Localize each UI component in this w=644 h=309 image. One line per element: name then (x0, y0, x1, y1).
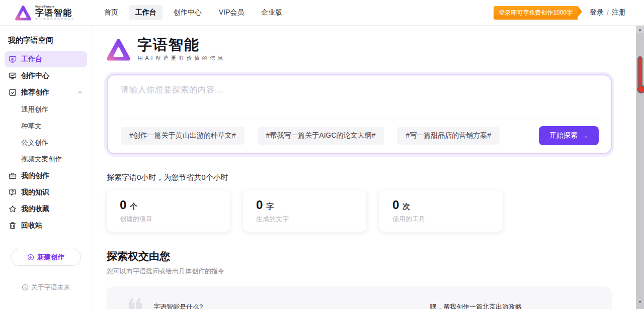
sidebar-subitem-official[interactable]: 公文创作 (0, 134, 92, 151)
sidebar-item-label: 创作中心 (21, 71, 49, 80)
plus-circle-icon (27, 254, 34, 261)
thermometer-tube (637, 56, 642, 86)
vertical-scrollbar[interactable]: ▲ ▼ (636, 25, 644, 309)
sidebar-item-favorites[interactable]: 我的收藏 (5, 201, 87, 217)
explore-section-title: 探索权交由您 (107, 249, 612, 263)
stat-card-tools: 0次 使用的工具 (379, 190, 503, 232)
sidebar-item-recycle-bin[interactable]: 回收站 (5, 218, 87, 234)
recommend-icon (9, 88, 17, 96)
suggestion-row: #创作一篇关于黄山出游的种草文# #帮我写一篇关于AIGC的论文大纲# #写一篇… (108, 119, 611, 153)
about-label: 关于字语未来 (31, 283, 70, 292)
stat-unit: 字 (266, 202, 274, 211)
sidebar-subitem-general[interactable]: 通用创作 (0, 101, 92, 118)
hero-triangle-icon (107, 38, 130, 61)
header-logo[interactable]: WordFuture 字语智能 用AI创造更有价值的信息 (15, 5, 75, 21)
nav-item-enterprise[interactable]: 企业版 (255, 5, 288, 20)
stats-summary: 探索字语0小时，为您节省共0个小时 (107, 173, 612, 182)
trash-icon (9, 222, 17, 230)
creation-center-icon (9, 72, 17, 80)
search-panel: #创作一篇关于黄山出游的种草文# #帮我写一篇关于AIGC的论文大纲# #写一篇… (107, 74, 612, 154)
stat-value: 0 (392, 198, 399, 212)
scroll-up-arrow-icon[interactable]: ▲ (636, 25, 644, 33)
search-input[interactable] (108, 75, 611, 119)
star-icon (9, 205, 17, 213)
workbench-icon (9, 55, 17, 63)
promo-badge[interactable]: 登录即可享免费创作1000字 (494, 6, 578, 20)
sidebar-item-recommended[interactable]: 推荐创作 (5, 84, 87, 100)
stat-card-projects: 0个 创建的项目 (107, 190, 230, 232)
thermometer-bulb (637, 85, 644, 93)
sidebar-subitem-video-copy[interactable]: 视频文案创作 (0, 151, 92, 167)
stat-value: 0 (256, 198, 263, 212)
sidebar-item-label: 我的收藏 (21, 204, 49, 214)
briefcase-icon (9, 172, 17, 180)
thermometer-icon (637, 56, 643, 93)
sidebar-item-my-creations[interactable]: 我的创作 (5, 168, 87, 184)
brand-name: 字语智能 (35, 9, 75, 17)
sidebar-item-creation-center[interactable]: 创作中心 (5, 68, 87, 84)
brand-tagline-small: 用AI创造更有价值的信息 (35, 18, 75, 20)
stat-value: 0 (120, 198, 126, 212)
stat-cards: 0个 创建的项目 0字 生成的文字 0次 使用的工具 (107, 190, 612, 232)
sidebar-item-label: 推荐创作 (21, 88, 49, 97)
stat-unit: 个 (130, 202, 137, 211)
suggestion-pill-dessert[interactable]: #写一篇甜品店的营销方案# (397, 127, 500, 145)
example-prompt-left[interactable]: 字语智能是什么? (153, 302, 203, 309)
start-explore-button[interactable]: 开始探索 → (539, 126, 599, 145)
sidebar-item-label: 我的创作 (21, 171, 49, 180)
sidebar-item-label: 回收站 (21, 221, 42, 230)
arrow-right-icon: → (581, 132, 588, 140)
auth-links: 登录 / 注册 (590, 8, 626, 17)
sidebar-subitem-seeding[interactable]: 种草文 (0, 118, 92, 134)
knowledge-icon (9, 188, 17, 196)
info-circle-icon (22, 284, 29, 291)
sidebar-title: 我的字语空间 (8, 36, 92, 45)
sidebar: 我的字语空间 工作台 创作中心 推荐创作 通用创作 种草文 公文创作 视频文案创… (0, 25, 92, 309)
suggestion-pill-aigc[interactable]: #帮我写一篇关于AIGC的论文大纲# (258, 127, 384, 145)
hero-title: 字语智能 (137, 37, 225, 53)
new-creation-button[interactable]: 新建创作 (11, 249, 81, 266)
nav-item-vip[interactable]: VIP会员 (213, 5, 251, 20)
nav-item-creation-center[interactable]: 创作中心 (168, 5, 208, 20)
new-creation-label: 新建创作 (37, 253, 64, 262)
explore-section-subtitle: 您可以向字语提问或给出具体创作的指令 (107, 267, 612, 276)
sidebar-item-label: 工作台 (21, 55, 42, 64)
chevron-up-icon[interactable] (77, 89, 83, 95)
brand-triangle-icon (15, 5, 31, 21)
stat-card-words: 0字 生成的文字 (243, 190, 366, 232)
sidebar-item-label: 我的知识 (21, 188, 49, 197)
hero-tagline: 用AI创造更有价值的信息 (137, 55, 225, 62)
nav-item-workbench[interactable]: 工作台 (129, 5, 163, 20)
main-content: 字语智能 用AI创造更有价值的信息 #创作一篇关于黄山出游的种草文# #帮我写一… (93, 25, 636, 309)
brand-text: WordFuture 字语智能 用AI创造更有价值的信息 (35, 5, 75, 20)
top-navbar: WordFuture 字语智能 用AI创造更有价值的信息 首页 工作台 创作中心… (0, 0, 644, 26)
hero-brand: 字语智能 用AI创造更有价值的信息 (107, 37, 612, 71)
header-right: 登录即可享免费创作1000字 登录 / 注册 (494, 6, 626, 20)
register-link[interactable]: 注册 (612, 8, 626, 17)
stat-label: 使用的工具 (392, 215, 503, 224)
suggestion-pill-huangshan[interactable]: #创作一篇关于黄山出游的种草文# (121, 127, 245, 145)
sidebar-item-my-knowledge[interactable]: 我的知识 (5, 184, 87, 200)
example-prompt-right[interactable]: 嘿，帮我创作一篇北京出游攻略 (430, 302, 522, 309)
main-nav: 首页 工作台 创作中心 VIP会员 企业版 (98, 5, 289, 20)
stat-label: 创建的项目 (120, 215, 230, 224)
auth-separator: / (607, 9, 609, 17)
nav-item-home[interactable]: 首页 (98, 5, 124, 20)
login-link[interactable]: 登录 (590, 8, 604, 17)
stat-label: 生成的文字 (256, 215, 366, 224)
start-explore-label: 开始探索 (549, 131, 578, 140)
stat-unit: 次 (403, 202, 410, 211)
about-link[interactable]: 关于字语未来 (0, 283, 92, 292)
sidebar-item-workbench[interactable]: 工作台 (5, 51, 87, 67)
scroll-down-arrow-icon[interactable]: ▼ (636, 297, 644, 305)
example-prompts-card: ❝ 字语智能是什么? 嘿，帮我创作一篇北京出游攻略 (107, 286, 612, 309)
quote-icon: ❝ (126, 294, 144, 309)
